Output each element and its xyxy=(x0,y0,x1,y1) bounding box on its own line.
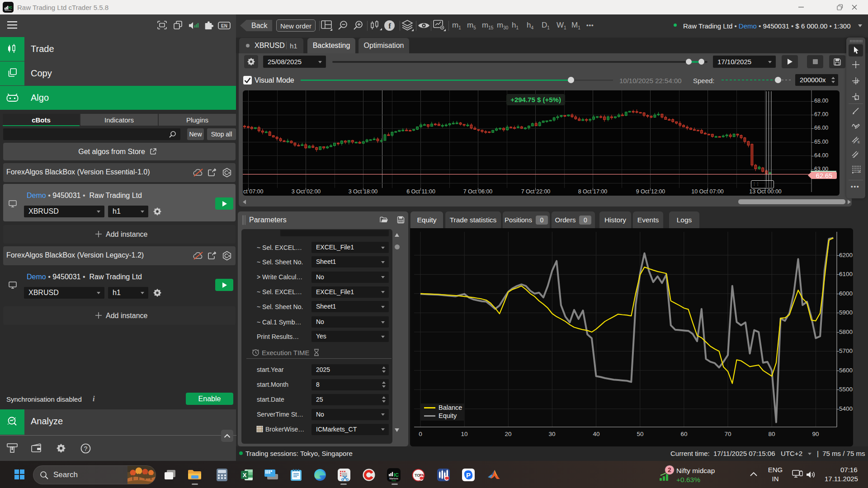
svg-text:X: X xyxy=(243,472,247,479)
svg-text:Markets: Markets xyxy=(5,9,12,11)
svg-text:?: ? xyxy=(84,445,88,452)
svg-text:E: E xyxy=(858,140,860,144)
svg-text:Global: Global xyxy=(392,480,396,482)
svg-text:EN: EN xyxy=(221,23,227,28)
svg-text:f: f xyxy=(388,22,391,30)
svg-text:F: F xyxy=(859,170,861,174)
svg-text:P: P xyxy=(466,471,471,479)
